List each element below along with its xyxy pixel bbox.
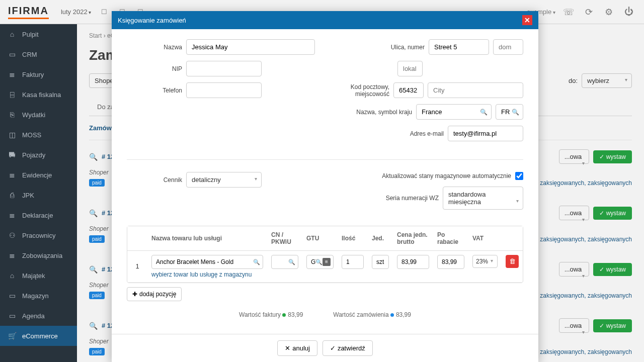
vat-select[interactable]: 23% bbox=[472, 255, 498, 268]
kraj-label: Nazwa, symbol kraju bbox=[335, 109, 412, 116]
ulica-input[interactable] bbox=[429, 39, 489, 55]
email-label: Adres e-mail bbox=[335, 130, 444, 137]
confirm-button[interactable]: ✓ zatwierdź bbox=[323, 340, 373, 356]
cancel-button[interactable]: ✕ anuluj bbox=[277, 340, 317, 356]
cennik-label: Cennik bbox=[127, 176, 182, 184]
seria-select[interactable]: standardowa miesięczna bbox=[443, 187, 523, 210]
modal-body: Nazwa NIP Telefon Ulica, numer bbox=[112, 29, 538, 334]
search-icon[interactable]: 🔍 bbox=[315, 258, 323, 265]
order-booking-modal: Księgowanie zamówień ✕ Nazwa NIP Telefon bbox=[112, 11, 538, 362]
aktual-label: Aktualizować stany magazynowe automatycz… bbox=[335, 172, 511, 180]
modal-title: Księgowanie zamówień bbox=[118, 17, 186, 24]
select-from-warehouse-link[interactable]: wybierz towar lub usługę z magazynu bbox=[151, 271, 263, 278]
search-icon[interactable]: 🔍 bbox=[512, 109, 519, 116]
list-icon[interactable]: ≡ bbox=[323, 258, 331, 266]
th-del bbox=[502, 226, 523, 251]
th-cn: CN / PKWiU bbox=[267, 226, 302, 251]
th-rabat: Po rabacie bbox=[433, 226, 468, 251]
nazwa-input[interactable] bbox=[186, 39, 315, 55]
telefon-label: Telefon bbox=[127, 87, 182, 94]
search-icon[interactable]: 🔍 bbox=[253, 258, 260, 265]
aktual-checkbox[interactable] bbox=[515, 172, 523, 180]
search-icon[interactable]: 🔍 bbox=[480, 109, 488, 116]
blue-dot-icon bbox=[390, 313, 394, 317]
modal-header: Księgowanie zamówień ✕ bbox=[112, 11, 538, 29]
th-cena: Cena jedn. brutto bbox=[393, 226, 433, 251]
th-ilosc: Ilość bbox=[338, 226, 368, 251]
lokal-input[interactable] bbox=[397, 61, 423, 76]
modal-footer: ✕ anuluj ✓ zatwierdź bbox=[112, 334, 538, 362]
green-dot-icon bbox=[282, 313, 286, 317]
jed-input[interactable] bbox=[372, 255, 389, 269]
add-position-button[interactable]: ✚ dodaj pozycję bbox=[127, 287, 182, 301]
row-num: 1 bbox=[127, 251, 147, 283]
cena-input[interactable] bbox=[397, 255, 429, 269]
items-table: Nazwa towaru lub usługi CN / PKWiU GTU I… bbox=[127, 226, 523, 283]
nip-label: NIP bbox=[127, 65, 182, 72]
trash-icon: 🗑 bbox=[509, 257, 516, 265]
th-gtu: GTU bbox=[302, 226, 338, 251]
close-button[interactable]: ✕ bbox=[522, 15, 532, 25]
seria-label: Seria numeracji WZ bbox=[335, 195, 439, 202]
zamowienie-total-value: 83,99 bbox=[396, 311, 411, 318]
rabat-input[interactable] bbox=[437, 255, 464, 269]
kod-label: Kod pocztowy, miejscowość bbox=[335, 83, 389, 98]
table-row: 1 🔍 wybierz towar lub usługę z magazynu … bbox=[127, 251, 523, 283]
cennik-select[interactable]: detaliczny bbox=[186, 172, 262, 188]
th-name: Nazwa towaru lub usługi bbox=[147, 226, 267, 251]
ulica-label: Ulica, numer bbox=[335, 44, 425, 51]
email-input[interactable] bbox=[448, 126, 523, 141]
city-input[interactable] bbox=[428, 82, 523, 98]
th-num bbox=[127, 226, 147, 251]
dom-input[interactable] bbox=[493, 39, 523, 55]
delete-row-button[interactable]: 🗑 bbox=[506, 255, 519, 268]
nip-input[interactable] bbox=[186, 61, 262, 76]
th-vat: VAT bbox=[468, 226, 502, 251]
item-name-input[interactable] bbox=[151, 255, 263, 269]
ilosc-input[interactable] bbox=[342, 255, 364, 269]
faktura-total-label: Wartość faktury bbox=[239, 311, 281, 318]
totals-row: Wartość faktury 83,99 Wartość zamówienia… bbox=[127, 311, 523, 318]
th-jed: Jed. bbox=[368, 226, 393, 251]
faktura-total-value: 83,99 bbox=[288, 311, 303, 318]
telefon-input[interactable] bbox=[186, 82, 262, 98]
search-icon[interactable]: 🔍 bbox=[288, 258, 295, 265]
zamowienie-total-label: Wartość zamówienia bbox=[333, 311, 388, 318]
kod-input[interactable] bbox=[393, 82, 424, 98]
nazwa-label: Nazwa bbox=[127, 44, 182, 51]
